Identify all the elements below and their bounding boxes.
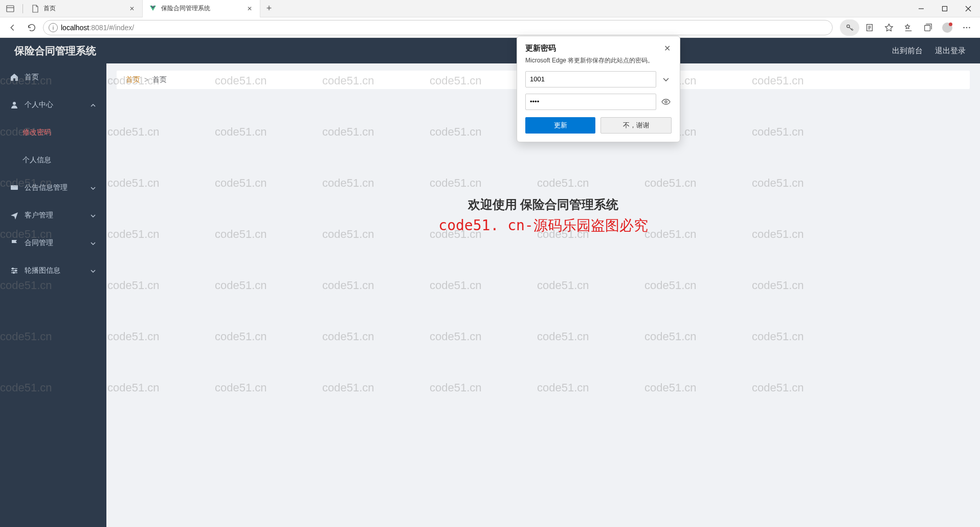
favorites-icon[interactable] [880,19,898,36]
key-icon[interactable] [840,19,859,36]
welcome-heading: 欢迎使用 保险合同管理系统 [117,196,970,213]
update-button[interactable]: 更新 [525,117,595,134]
sidebar-item-label: 轮播图信息 [25,266,84,275]
browser-tab-0[interactable]: 首页 ✕ [25,0,143,17]
decline-button[interactable]: 不，谢谢 [600,117,672,134]
flag-icon [10,239,18,247]
breadcrumb-separator: > [144,76,148,84]
popup-title: 更新密码 [525,43,556,53]
sidebar-item-customer[interactable]: 客户管理 [0,202,106,229]
profile-icon[interactable] [938,19,956,36]
svg-point-23 [665,101,667,103]
send-icon [10,211,18,219]
sidebar-item-label: 首页 [25,73,96,82]
sidebar-item-label: 修改密码 [23,128,96,137]
address-bar: i localhost:8081/#/index/ [0,17,980,38]
svg-point-15 [14,187,15,188]
popup-close-icon[interactable]: ✕ [662,44,672,53]
svg-rect-3 [943,6,947,11]
breadcrumb-home[interactable]: 首页 [126,75,140,84]
more-icon[interactable] [957,19,976,36]
tab-title: 首页 [43,4,124,13]
refresh-button[interactable] [24,19,40,36]
header-link-logout[interactable]: 退出登录 [935,46,966,56]
message-icon [10,184,18,192]
svg-point-16 [15,187,16,188]
app-title: 保险合同管理系统 [14,44,96,58]
new-tab-button[interactable]: + [260,3,278,14]
sidebar-item-label: 合同管理 [25,238,84,248]
svg-point-10 [966,27,968,28]
sidebar-item-label: 个人中心 [25,100,84,109]
favorites-bar-icon[interactable] [899,19,918,36]
url-text: localhost:8081/#/index/ [61,24,134,32]
svg-point-20 [12,268,14,270]
page-icon [31,5,39,13]
password-input[interactable] [525,94,656,110]
password-save-popup: 更新密码 ✕ Microsoft Edge 将更新你保存的此站点的密码。 更新 … [517,36,680,142]
sidebar-sub-personal-info[interactable]: 个人信息 [0,146,106,174]
svg-point-14 [12,187,13,188]
chevron-down-icon [90,212,96,218]
chevron-down-icon [90,240,96,246]
svg-rect-0 [7,6,14,12]
maximize-button[interactable] [933,0,956,17]
user-icon [10,101,18,109]
sidebar-sub-change-password[interactable]: 修改密码 [0,119,106,146]
eye-icon[interactable] [660,97,672,106]
browser-title-bar: 首页 ✕ 保险合同管理系统 ✕ + [0,0,980,17]
tab-divider [23,4,23,13]
home-icon [10,73,18,81]
window-controls [909,0,980,17]
sidebar-item-contract[interactable]: 合同管理 [0,229,106,257]
close-icon[interactable]: ✕ [246,5,254,13]
vue-icon [149,5,157,13]
svg-point-12 [13,102,16,105]
sidebar-item-label: 客户管理 [25,211,84,220]
url-input[interactable]: i localhost:8081/#/index/ [43,20,833,35]
minimize-button[interactable] [909,0,933,17]
breadcrumb-current: 首页 [152,75,167,84]
svg-point-9 [963,27,965,28]
username-input[interactable] [525,71,656,87]
collections-icon[interactable] [919,19,937,36]
svg-point-22 [13,272,15,274]
sidebar-item-carousel[interactable]: 轮播图信息 [0,257,106,284]
sidebar-item-label: 个人信息 [23,156,96,165]
sidebar-item-label: 公告信息管理 [25,183,84,192]
toolbar-right [840,19,976,36]
tab-title: 保险合同管理系统 [161,4,241,13]
close-button[interactable] [956,0,980,17]
browser-tab-1[interactable]: 保险合同管理系统 ✕ [143,0,260,17]
app-header: 保险合同管理系统 出到前台 退出登录 [0,38,980,63]
chevron-down-icon[interactable] [660,75,672,84]
sidebar-item-announcement[interactable]: 公告信息管理 [0,174,106,202]
tab-manager-button[interactable] [0,0,20,17]
chevron-down-icon [90,185,96,191]
popup-description: Microsoft Edge 将更新你保存的此站点的密码。 [525,56,672,65]
chevron-up-icon [90,102,96,108]
header-link-front[interactable]: 出到前台 [892,46,923,56]
svg-point-11 [969,27,970,28]
svg-rect-8 [925,25,930,31]
close-icon[interactable]: ✕ [128,5,136,13]
sidebar-item-home[interactable]: 首页 [0,63,106,91]
sidebar-item-personal[interactable]: 个人中心 [0,91,106,119]
sliders-icon [10,267,18,275]
back-button[interactable] [4,19,20,36]
read-aloud-icon[interactable] [860,19,879,36]
sidebar: 首页 个人中心 修改密码 个人信息 公告信息管理 客户管理 合同管理 [0,63,106,527]
svg-point-21 [15,270,17,272]
chevron-down-icon [90,268,96,274]
info-icon[interactable]: i [49,23,58,32]
watermark-center: code51. cn-源码乐园盗图必究 [117,216,970,235]
